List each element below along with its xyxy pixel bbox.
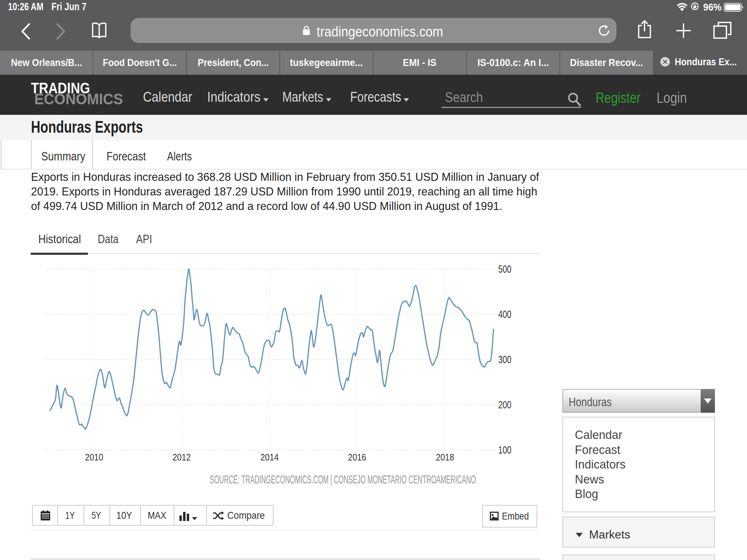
svg-text:2014: 2014 bbox=[260, 452, 279, 463]
svg-text:2016: 2016 bbox=[348, 452, 366, 463]
svg-text:100: 100 bbox=[498, 444, 511, 456]
svg-text:2010: 2010 bbox=[85, 452, 103, 463]
svg-text:200: 200 bbox=[498, 398, 511, 411]
svg-text:SOURCE: TRADINGECONOMICS.COM |: SOURCE: TRADINGECONOMICS.COM | CONSEJO M… bbox=[210, 473, 476, 486]
svg-text:300: 300 bbox=[498, 353, 511, 365]
svg-text:2018: 2018 bbox=[436, 452, 454, 463]
svg-text:400: 400 bbox=[498, 308, 511, 320]
svg-text:500: 500 bbox=[498, 263, 511, 275]
svg-text:2012: 2012 bbox=[173, 452, 191, 463]
